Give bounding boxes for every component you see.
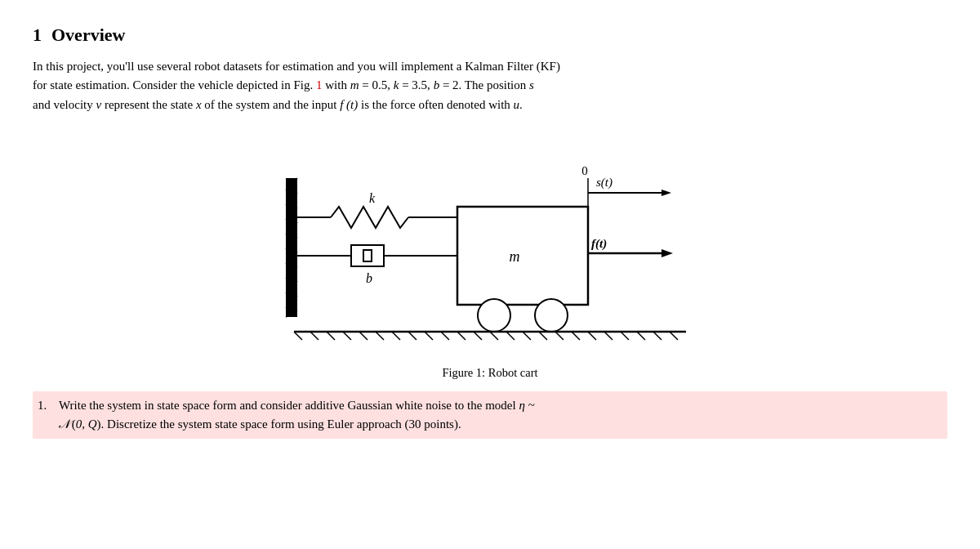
svg-line-41 <box>572 332 580 340</box>
svg-line-24 <box>294 332 302 340</box>
svg-line-29 <box>376 332 384 340</box>
figure-container: k b m <box>33 129 947 380</box>
math-s: s <box>529 78 534 92</box>
svg-text:m: m <box>510 248 520 265</box>
svg-line-42 <box>588 332 596 340</box>
question-item-1: 1. Write the system in state space form … <box>33 391 947 440</box>
svg-text:f(t): f(t) <box>591 237 607 251</box>
svg-line-44 <box>621 332 629 340</box>
svg-line-47 <box>670 332 678 340</box>
svg-text:b: b <box>366 271 372 285</box>
fig-ref: 1 <box>316 78 323 92</box>
question-number-1: 1. <box>38 396 52 435</box>
svg-text:0: 0 <box>581 164 588 177</box>
svg-line-38 <box>523 332 531 340</box>
para-line3d: is the force often denoted with <box>358 98 513 111</box>
svg-line-40 <box>555 332 564 340</box>
svg-rect-16 <box>363 250 372 261</box>
svg-line-34 <box>457 332 466 340</box>
svg-line-46 <box>653 332 662 340</box>
para-line2a: for state estimation. Consider the vehic… <box>33 78 316 92</box>
svg-line-36 <box>490 332 498 340</box>
para-line3e: . <box>519 98 523 111</box>
svg-line-33 <box>441 332 449 340</box>
eq2: = 3.5, <box>399 78 433 92</box>
section-title: 1 Overview <box>33 25 947 46</box>
svg-line-25 <box>310 332 318 340</box>
robot-cart-diagram: k b m <box>245 129 735 358</box>
svg-text:k: k <box>369 191 376 205</box>
math-u: u <box>514 98 520 111</box>
svg-line-26 <box>327 332 335 340</box>
svg-line-32 <box>425 332 433 340</box>
overview-paragraph: In this project, you'll use several robo… <box>33 57 947 114</box>
svg-line-45 <box>637 332 645 340</box>
svg-marker-51 <box>662 190 671 196</box>
para-line3b: represent the state <box>101 98 196 111</box>
para-line2b: with <box>323 78 350 92</box>
svg-line-43 <box>604 332 612 340</box>
svg-line-30 <box>392 332 400 340</box>
svg-line-39 <box>539 332 547 340</box>
svg-rect-19 <box>457 207 588 305</box>
svg-text:s(t): s(t) <box>596 176 612 190</box>
math-m: m <box>350 78 359 92</box>
math-b: b <box>434 78 440 92</box>
section-heading: Overview <box>51 25 125 46</box>
figure-caption-text: Figure 1: Robot cart <box>442 366 537 379</box>
svg-line-27 <box>343 332 351 340</box>
eq1: = 0.5, <box>359 78 394 92</box>
para-line3c: of the system and the input <box>202 98 341 111</box>
eq3: = 2. The position <box>439 78 529 92</box>
svg-line-37 <box>506 332 514 340</box>
svg-point-21 <box>478 299 510 332</box>
svg-line-28 <box>359 332 368 340</box>
svg-line-31 <box>408 332 416 340</box>
math-f: f (t) <box>340 98 358 111</box>
para-line1: In this project, you'll use several robo… <box>33 60 560 73</box>
question-list: 1. Write the system in state space form … <box>33 391 947 440</box>
para-line3: and velocity <box>33 98 96 111</box>
section-number: 1 <box>33 25 42 46</box>
svg-marker-54 <box>662 249 673 257</box>
figure-caption: Figure 1: Robot cart <box>442 366 537 380</box>
math-x: x <box>196 98 202 111</box>
svg-rect-15 <box>351 245 384 266</box>
svg-point-22 <box>535 299 568 332</box>
svg-line-35 <box>474 332 482 340</box>
question-text-1: Write the system in state space form and… <box>59 396 941 435</box>
